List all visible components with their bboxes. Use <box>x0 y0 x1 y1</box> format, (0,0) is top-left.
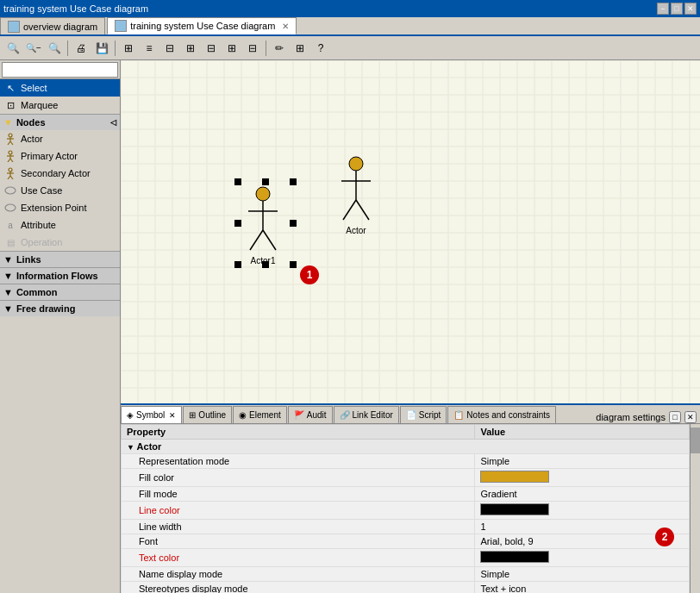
links-section-header[interactable]: ▼ Links <box>0 251 120 267</box>
size-button[interactable]: ⊞ <box>222 39 241 58</box>
tab-training[interactable]: training system Use Case diagram ✕ <box>107 17 297 34</box>
print-button[interactable]: 🖨 <box>72 39 91 58</box>
sidebar-item-primary-actor[interactable]: Primary Actor <box>0 147 120 165</box>
sidebar-item-operation[interactable]: ▤ Operation <box>0 234 120 251</box>
symbol-tab-x[interactable]: ✕ <box>169 411 176 420</box>
extension-point-icon <box>3 201 17 215</box>
scrollbar-thumb[interactable] <box>691 428 700 453</box>
sidebar-item-secondary-actor[interactable]: Secondary Actor <box>0 165 120 182</box>
prop-row-font: Font Arial, bold, 9 <box>122 534 690 549</box>
bottom-tab-audit[interactable]: 🚩 Audit <box>288 406 333 423</box>
maximize-button[interactable]: □ <box>671 3 683 15</box>
handle-br <box>290 261 297 268</box>
space-button[interactable]: ⊟ <box>243 39 262 58</box>
grid-button[interactable]: ⊞ <box>119 39 138 58</box>
sidebar-item-extension-point[interactable]: Extension Point <box>0 199 120 216</box>
symbol-tab-icon: ◈ <box>127 410 134 420</box>
text-color-swatch <box>480 551 549 563</box>
table-button[interactable]: ⊞ <box>291 39 309 58</box>
prop-repr-mode-value[interactable]: Simple <box>475 454 690 469</box>
nodes-section-header[interactable]: ▼ Nodes ◁ <box>0 114 120 130</box>
property-scrollbar[interactable] <box>690 424 700 593</box>
actor2-figure[interactable]: Actor <box>334 155 378 235</box>
tab-overview[interactable]: overview diagram <box>0 17 105 34</box>
common-section-header[interactable]: ▼ Common <box>0 284 120 300</box>
script-tab-label: Script <box>419 410 441 420</box>
svg-point-22 <box>349 157 363 171</box>
svg-point-5 <box>9 151 12 154</box>
layout-button[interactable]: ⊟ <box>160 39 179 58</box>
dist-button[interactable]: ⊟ <box>202 39 221 58</box>
canvas[interactable]: Actor1 Actor 1 <box>121 60 700 403</box>
tab-close-button[interactable]: ✕ <box>282 22 289 31</box>
arrange-button[interactable]: ⊞ <box>181 39 200 58</box>
save-button[interactable]: 💾 <box>92 39 111 58</box>
prop-name-display-value[interactable]: Simple <box>475 567 690 582</box>
tab-overview-icon <box>8 21 20 33</box>
sidebar-item-secondary-actor-label: Secondary Actor <box>21 168 91 178</box>
notes-tab-icon: 📋 <box>453 410 464 420</box>
attribute-icon: a <box>3 218 17 232</box>
bottom-panel: ◈ Symbol ✕ ⊞ Outline ◉ Element 🚩 Audit <box>121 403 700 593</box>
edit-button[interactable]: ✏ <box>270 39 289 58</box>
nodes-section-label: Nodes <box>16 117 46 128</box>
svg-line-14 <box>10 176 13 179</box>
element-tab-icon: ◉ <box>239 410 247 420</box>
prop-row-fill-color: Fill color <box>122 469 690 487</box>
help-button[interactable]: ? <box>311 39 330 58</box>
svg-line-13 <box>8 176 10 179</box>
prop-font-key: Font <box>122 534 475 549</box>
links-section-label: Links <box>16 254 41 265</box>
free-drawing-section-header[interactable]: ▼ Free drawing <box>0 300 120 316</box>
bottom-tab-link-editor[interactable]: 🔗 Link Editor <box>334 406 399 423</box>
prop-fill-mode-value[interactable]: Gradient <box>475 487 690 502</box>
sidebar-item-use-case[interactable]: Use Case <box>0 182 120 199</box>
main-area: ↖ Select ⊡ Marquee ▼ Nodes ◁ Actor Prima… <box>0 60 700 593</box>
link-editor-tab-icon: 🔗 <box>340 410 350 420</box>
actor1-figure[interactable]: Actor1 <box>241 185 284 265</box>
bottom-tab-notes[interactable]: 📋 Notes and constraints <box>447 406 556 423</box>
operation-icon: ▤ <box>3 235 17 249</box>
zoom-fit-button[interactable]: 🔍 <box>45 39 64 58</box>
info-flows-section-label: Information Flows <box>16 271 98 281</box>
sidebar-item-marquee-label: Marquee <box>21 100 58 110</box>
prop-line-color-value[interactable] <box>475 502 690 520</box>
symbol-tab-label: Symbol <box>136 410 165 420</box>
minimize-button[interactable]: − <box>657 3 669 15</box>
close-button[interactable]: ✕ <box>684 3 697 15</box>
prop-header-value: Value <box>475 425 690 440</box>
element-tab-label: Element <box>249 410 281 420</box>
toolbar-sep-3 <box>266 41 266 56</box>
toolbar-sep-2 <box>115 41 116 56</box>
free-drawing-folder-icon: ▼ <box>3 303 13 314</box>
svg-line-4 <box>10 141 13 145</box>
sidebar-item-marquee[interactable]: ⊡ Marquee <box>0 97 120 114</box>
bottom-tab-outline[interactable]: ⊞ Outline <box>183 406 232 423</box>
sidebar-item-attribute[interactable]: a Attribute <box>0 216 120 234</box>
bottom-restore-button[interactable]: □ <box>669 411 681 423</box>
prop-name-display-key: Name display mode <box>122 567 475 582</box>
sidebar-search-input[interactable] <box>2 62 118 78</box>
bottom-close-button[interactable]: ✕ <box>684 411 697 423</box>
zoom-out-button[interactable]: 🔍− <box>24 39 43 58</box>
prop-actor-expand: Actor <box>137 441 162 452</box>
sidebar-item-actor[interactable]: Actor <box>0 130 120 147</box>
zoom-in-button[interactable]: 🔍 <box>3 39 22 58</box>
common-section-label: Common <box>16 287 58 297</box>
prop-text-color-value[interactable] <box>475 549 690 567</box>
align-button[interactable]: ≡ <box>140 39 159 58</box>
bottom-tab-element[interactable]: ◉ Element <box>233 406 287 423</box>
bottom-tab-script[interactable]: 📄 Script <box>400 406 447 423</box>
prop-fill-color-value[interactable] <box>475 469 690 487</box>
handle-mr <box>290 220 297 227</box>
sidebar-item-select[interactable]: ↖ Select <box>0 79 120 97</box>
info-flows-section-header[interactable]: ▼ Information Flows <box>0 267 120 284</box>
handle-ml <box>234 220 241 227</box>
prop-stereo-display-value[interactable]: Text + icon <box>475 582 690 594</box>
handle-tl <box>234 178 241 185</box>
svg-line-8 <box>8 159 10 162</box>
bottom-tab-symbol[interactable]: ◈ Symbol ✕ <box>121 406 182 423</box>
diagram-settings-label: diagram settings <box>596 412 666 422</box>
prop-fill-mode-key: Fill mode <box>122 487 475 502</box>
svg-point-10 <box>9 168 12 172</box>
